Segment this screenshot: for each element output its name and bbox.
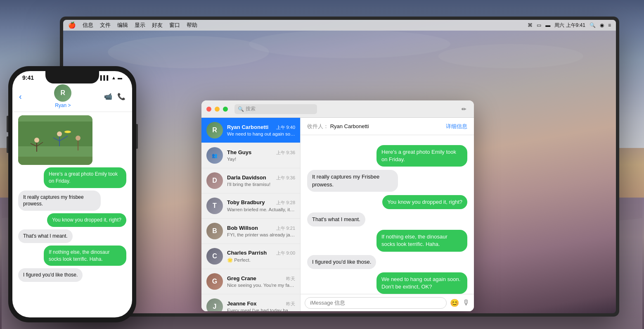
menu-view[interactable]: 显示 (135, 21, 145, 29)
conv-name-darla: Darla Davidson (227, 174, 266, 181)
window-titlebar: 🔍 搜索 ✏ (201, 100, 474, 118)
msg-sent-photo-caption: Here's a great photo Emily took on Frida… (376, 145, 467, 167)
close-button[interactable] (206, 107, 211, 112)
menu-file[interactable]: 文件 (100, 21, 111, 29)
compose-button[interactable]: ✏ (459, 104, 469, 114)
conv-name-ryan: Ryan Carbonetti (227, 124, 268, 130)
iphone-action-icons: 📹 📞 (104, 93, 125, 100)
datetime-display: 周六 上午9:41 (554, 22, 585, 29)
search-container: 🔍 搜索 (234, 104, 317, 114)
airplay-icon: ▭ (537, 22, 541, 28)
iphone-messages: Here's a great photo Emily took on Frida… (12, 112, 132, 285)
video-call-icon[interactable]: 📹 (104, 93, 112, 100)
apple-menu[interactable]: 🍎 (68, 21, 76, 29)
conv-name-bob: Bob Willson (227, 225, 258, 231)
conv-time-charles: 上午 9:00 (276, 250, 295, 256)
conv-item-toby[interactable]: T Toby Bradbury 上午 9:28 Warren briefed m… (201, 193, 300, 219)
siri-icon[interactable]: ◉ (600, 22, 604, 28)
menubar: 🍎 信息 文件 编辑 显示 好友 窗口 帮助 ⌘ ▭ ▬ 周六 上午9:41 🔍… (63, 20, 616, 31)
conv-time-guys: 上午 9:36 (276, 150, 295, 156)
avatar-jeanne: J (206, 298, 223, 311)
conv-preview-ryan: We need to hang out again soon. Don't be… (227, 131, 295, 136)
avatar-greg: G (206, 273, 223, 290)
msg-received-figured: I figured you'd like those. (307, 255, 376, 269)
conv-name-greg: Greg Crane (227, 275, 256, 281)
svg-rect-27 (18, 122, 92, 146)
conv-info-greg: Greg Crane 昨天 Nice seeing you. You're my… (227, 275, 295, 288)
conv-info-toby: Toby Bradbury 上午 9:28 Warren briefed me.… (227, 199, 295, 212)
svg-point-38 (64, 131, 71, 133)
menu-messages[interactable]: 信息 (83, 21, 93, 29)
iphone-body: 9:41 ▌▌▌ ▲ ▬ ‹ R Ryan > 📹 📞 (8, 66, 136, 322)
msg-sent-dropped: You know you dropped it, right? (382, 195, 467, 209)
chat-header: 收件人： Ryan Carbonetti 详细信息 (301, 118, 474, 135)
iphone-screen: 9:41 ▌▌▌ ▲ ▬ ‹ R Ryan > 📹 📞 (12, 71, 132, 317)
recipient-name: Ryan Carbonetti (330, 123, 369, 129)
details-button[interactable]: 详细信息 (446, 123, 467, 130)
iphone-contact-info: R Ryan > (25, 84, 101, 108)
back-button[interactable]: ‹ (19, 92, 22, 101)
conv-item-ryan[interactable]: R Ryan Carbonetti 上午 9:40 We need to han… (201, 118, 300, 143)
maximize-button[interactable] (223, 107, 228, 112)
conv-item-guys[interactable]: 👥 The Guys 上午 9:36 Yay! (201, 143, 300, 168)
conv-time-toby: 上午 9:28 (276, 200, 295, 206)
conv-item-charles[interactable]: C Charles Parrish 上午 9:00 🌟 Perfect. (201, 244, 300, 269)
svg-point-36 (76, 136, 80, 141)
message-input[interactable] (305, 297, 447, 309)
battery-icon: ▬ (545, 22, 550, 28)
chat-panel: 收件人： Ryan Carbonetti 详细信息 (301, 118, 474, 311)
volume-down-button (7, 136, 8, 153)
contact-name[interactable]: Ryan > (55, 103, 71, 108)
msg-received-meant: That's what I meant. (307, 212, 365, 226)
conv-time-darla: 上午 9:36 (276, 175, 295, 181)
conv-info-jeanne: Jeanne Fox 昨天 Every meal I've had today … (227, 300, 295, 311)
iphone-status-icons: ▌▌▌ ▲ ▬ (100, 75, 122, 80)
chat-input-bar: 😊 🎙 (301, 294, 474, 311)
wifi-icon: ▲ (111, 75, 116, 80)
conv-preview-toby: Warren briefed me. Actually, it wasn't t… (227, 207, 295, 212)
recipient-label: 收件人： Ryan Carbonetti (307, 123, 369, 130)
menubar-left: 🍎 信息 文件 编辑 显示 好友 窗口 帮助 (68, 21, 520, 29)
conv-info-guys: The Guys 上午 9:36 Yay! (227, 149, 295, 162)
chat-messages: Here's a great photo Emily took on Frida… (301, 135, 474, 294)
emoji-button[interactable]: 😊 (450, 298, 459, 308)
avatar-darla: D (206, 172, 223, 189)
minimize-button[interactable] (215, 107, 220, 112)
conv-info-charles: Charles Parrish 上午 9:00 🌟 Perfect. (227, 250, 295, 263)
battery-icon: ▬ (118, 75, 122, 80)
conv-time-jeanne: 昨天 (286, 301, 295, 307)
avatar-charles: C (206, 248, 223, 265)
menu-buddies[interactable]: 好友 (152, 21, 163, 29)
conv-name-toby: Toby Bradbury (227, 199, 265, 205)
phone-icon[interactable]: 📞 (117, 93, 125, 100)
svg-rect-39 (18, 157, 92, 165)
search-bar[interactable]: 🔍 搜索 (234, 104, 317, 114)
menu-window[interactable]: 窗口 (169, 21, 180, 29)
conv-info-ryan: Ryan Carbonetti 上午 9:40 We need to hang … (227, 124, 295, 136)
iphone-msg-received-frisbee: It really captures my frisbee prowess. (18, 191, 101, 211)
wifi-icon: ⌘ (528, 22, 533, 28)
conv-name-jeanne: Jeanne Fox (227, 300, 257, 307)
conv-item-jeanne[interactable]: J Jeanne Fox 昨天 Every meal I've had toda… (201, 294, 300, 311)
svg-point-28 (34, 138, 39, 143)
conv-info-darla: Darla Davidson 上午 9:36 I'll bring the ti… (227, 174, 295, 187)
conv-item-darla[interactable]: D Darla Davidson 上午 9:36 I'll bring the … (201, 168, 300, 193)
menu-help[interactable]: 帮助 (187, 21, 197, 29)
conv-item-bob[interactable]: B Bob Willson 上午 9:21 FYI, the printer w… (201, 219, 300, 244)
conversation-list: R Ryan Carbonetti 上午 9:40 We need to han… (201, 118, 301, 311)
control-center-icon[interactable]: ≡ (608, 22, 611, 28)
conv-item-greg[interactable]: G Greg Crane 昨天 Nice seeing you. You're … (201, 269, 300, 294)
avatar-guys: 👥 (206, 147, 223, 164)
svg-point-2 (249, 30, 450, 58)
volume-up-button (7, 116, 8, 132)
iphone-msg-sent-caption: Here's a great photo Emily took on Frida… (44, 167, 126, 188)
audio-button[interactable]: 🎙 (462, 298, 470, 307)
menu-edit[interactable]: 编辑 (117, 21, 128, 29)
search-icon[interactable]: 🔍 (590, 22, 596, 28)
signal-icon: ▌▌▌ (100, 75, 110, 80)
msg-received-frisbee: It really captures my Frisbee prowess. (307, 170, 398, 191)
search-icon: 🔍 (238, 106, 244, 112)
window-body: R Ryan Carbonetti 上午 9:40 We need to han… (201, 118, 474, 311)
msg-sent-socks: If nothing else, the dinosaur socks look… (376, 230, 467, 251)
macbook-screen: 🍎 信息 文件 编辑 显示 好友 窗口 帮助 ⌘ ▭ ▬ 周六 上午9:41 🔍… (63, 20, 616, 313)
